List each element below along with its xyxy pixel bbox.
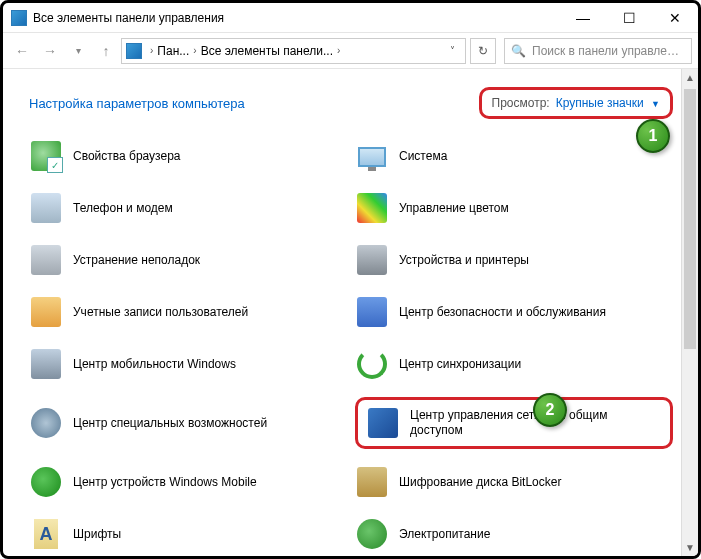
item-phone-modem[interactable]: Телефон и модем	[29, 189, 347, 227]
devices-icon	[29, 465, 63, 499]
printer-icon	[355, 243, 389, 277]
header-row: Настройка параметров компьютера Просмотр…	[29, 87, 673, 119]
search-icon: 🔍	[511, 44, 526, 58]
item-troubleshooting[interactable]: Устранение неполадок	[29, 241, 347, 279]
chevron-down-icon: ▼	[651, 99, 660, 109]
item-label: Свойства браузера	[73, 149, 181, 164]
monitor-icon	[355, 139, 389, 173]
breadcrumb-dropdown[interactable]: ˅	[444, 45, 461, 56]
item-label: Устранение неполадок	[73, 253, 200, 268]
accessibility-icon	[29, 406, 63, 440]
wrench-icon	[29, 243, 63, 277]
chevron-right-icon[interactable]: ›	[333, 45, 344, 56]
item-label: Центр устройств Windows Mobile	[73, 475, 257, 490]
power-icon	[355, 517, 389, 551]
item-security-maintenance[interactable]: Центр безопасности и обслуживания	[355, 293, 673, 331]
chevron-right-icon[interactable]: ›	[189, 45, 200, 56]
view-value-text: Крупные значки	[556, 96, 644, 110]
item-label: Электропитание	[399, 527, 490, 542]
window-title: Все элементы панели управления	[33, 11, 560, 25]
item-power-options[interactable]: Электропитание	[355, 515, 673, 553]
view-label: Просмотр:	[492, 96, 550, 110]
callout-1: 1	[636, 119, 670, 153]
item-devices-printers[interactable]: Устройства и принтеры	[355, 241, 673, 279]
back-button[interactable]: ←	[9, 38, 35, 64]
item-label: Система	[399, 149, 447, 164]
item-label: Шрифты	[73, 527, 121, 542]
breadcrumb-seg-1[interactable]: Пан...	[157, 44, 189, 58]
scroll-down-button[interactable]: ▼	[682, 539, 698, 556]
item-sync-center[interactable]: Центр синхронизации	[355, 345, 673, 383]
breadcrumb-seg-2[interactable]: Все элементы панели...	[201, 44, 333, 58]
view-selector[interactable]: Крупные значки ▼	[556, 96, 660, 110]
fonts-icon: A	[29, 517, 63, 551]
item-mobility-center[interactable]: Центр мобильности Windows	[29, 345, 347, 383]
window-controls: — ☐ ✕	[560, 3, 698, 33]
item-bitlocker[interactable]: Шифрование диска BitLocker	[355, 463, 673, 501]
recent-button[interactable]: ▾	[65, 38, 91, 64]
callout-2: 2	[533, 393, 567, 427]
item-network-sharing[interactable]: Центр управления сетями и общим доступом	[366, 406, 662, 440]
item-internet-options[interactable]: Свойства браузера	[29, 137, 347, 175]
color-icon	[355, 191, 389, 225]
item-network-highlight: Центр управления сетями и общим доступом	[355, 397, 673, 449]
item-user-accounts[interactable]: Учетные записи пользователей	[29, 293, 347, 331]
titlebar: Все элементы панели управления — ☐ ✕	[3, 3, 698, 33]
item-ease-access[interactable]: Центр специальных возможностей	[29, 397, 347, 449]
page-title: Настройка параметров компьютера	[29, 96, 245, 111]
up-button[interactable]: ↑	[93, 38, 119, 64]
item-color-management[interactable]: Управление цветом	[355, 189, 673, 227]
item-label: Шифрование диска BitLocker	[399, 475, 561, 490]
item-label: Учетные записи пользователей	[73, 305, 248, 320]
item-label: Центр безопасности и обслуживания	[399, 305, 606, 320]
item-label: Центр специальных возможностей	[73, 416, 267, 431]
item-label: Телефон и модем	[73, 201, 173, 216]
forward-button[interactable]: →	[37, 38, 63, 64]
close-button[interactable]: ✕	[652, 3, 698, 33]
sync-icon	[355, 347, 389, 381]
refresh-button[interactable]: ↻	[470, 38, 496, 64]
mobility-icon	[29, 347, 63, 381]
breadcrumb[interactable]: › Пан... › Все элементы панели... › ˅	[121, 38, 466, 64]
content-area: Настройка параметров компьютера Просмотр…	[3, 69, 681, 556]
content-wrap: Настройка параметров компьютера Просмотр…	[3, 69, 698, 556]
app-icon	[11, 10, 27, 26]
item-system[interactable]: Система	[355, 137, 673, 175]
breadcrumb-icon	[126, 43, 142, 59]
maximize-button[interactable]: ☐	[606, 3, 652, 33]
network-icon	[366, 406, 400, 440]
minimize-button[interactable]: —	[560, 3, 606, 33]
item-label: Управление цветом	[399, 201, 509, 216]
globe-icon	[29, 139, 63, 173]
phone-icon	[29, 191, 63, 225]
search-input[interactable]: 🔍 Поиск в панели управления	[504, 38, 692, 64]
flag-icon	[355, 295, 389, 329]
nav-toolbar: ← → ▾ ↑ › Пан... › Все элементы панели..…	[3, 33, 698, 69]
users-icon	[29, 295, 63, 329]
chevron-right-icon[interactable]: ›	[146, 45, 157, 56]
vertical-scrollbar[interactable]: ▲ ▼	[681, 69, 698, 556]
scroll-up-button[interactable]: ▲	[682, 69, 698, 86]
item-windows-mobile[interactable]: Центр устройств Windows Mobile	[29, 463, 347, 501]
lock-icon	[355, 465, 389, 499]
control-panel-window: Все элементы панели управления — ☐ ✕ ← →…	[0, 0, 701, 559]
item-label: Центр мобильности Windows	[73, 357, 236, 372]
item-label: Центр синхронизации	[399, 357, 521, 372]
item-label: Устройства и принтеры	[399, 253, 529, 268]
scroll-thumb[interactable]	[684, 89, 696, 349]
items-grid: Свойства браузера Система Телефон и моде…	[29, 137, 673, 553]
item-fonts[interactable]: AШрифты	[29, 515, 347, 553]
view-selector-highlight: Просмотр: Крупные значки ▼	[479, 87, 673, 119]
search-placeholder: Поиск в панели управления	[532, 44, 685, 58]
